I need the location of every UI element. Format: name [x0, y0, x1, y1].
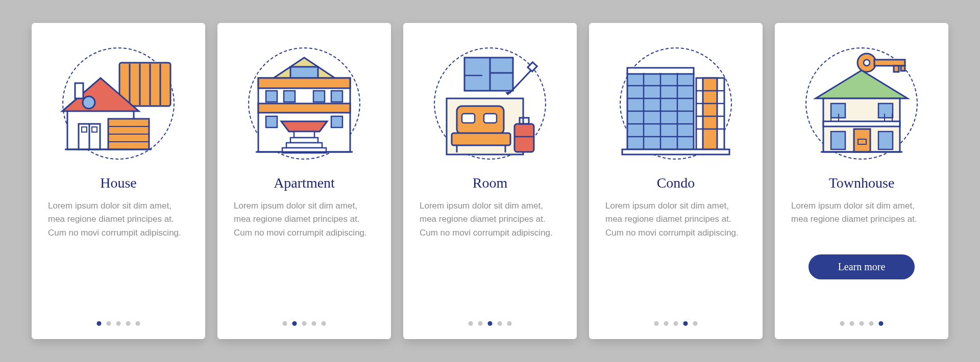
card-title: Condo — [657, 175, 695, 191]
learn-more-button[interactable]: Learn more — [808, 254, 915, 279]
svg-marker-74 — [816, 70, 908, 98]
dot-5[interactable] — [136, 321, 140, 326]
card-title: Room — [473, 175, 507, 191]
illustration-wrap — [609, 37, 742, 170]
svg-rect-26 — [331, 91, 342, 102]
dot-5[interactable] — [693, 321, 698, 326]
house-icon — [57, 47, 180, 160]
condo-icon — [617, 47, 734, 160]
svg-point-70 — [864, 60, 870, 66]
onboarding-card-townhouse: Townhouse Lorem ipsum dolor sit dim amet… — [775, 23, 948, 339]
svg-rect-25 — [313, 91, 325, 102]
svg-rect-27 — [266, 116, 277, 127]
svg-rect-24 — [284, 91, 295, 102]
card-description: Lorem ipsum dolor sit dim amet, mea regi… — [791, 199, 932, 242]
svg-rect-73 — [901, 66, 905, 71]
svg-rect-31 — [290, 138, 318, 143]
townhouse-icon — [803, 47, 920, 160]
illustration-wrap — [52, 37, 185, 170]
onboarding-card-condo: Condo Lorem ipsum dolor sit dim amet, me… — [589, 23, 763, 339]
room-icon — [434, 47, 546, 160]
card-title: Townhouse — [829, 175, 895, 191]
svg-rect-41 — [528, 62, 537, 71]
svg-rect-44 — [462, 114, 475, 123]
dot-5[interactable] — [879, 321, 884, 326]
illustration-wrap — [238, 37, 371, 170]
svg-rect-21 — [258, 78, 350, 88]
card-title: Apartment — [274, 175, 335, 191]
illustration-wrap — [424, 37, 556, 170]
dot-4[interactable] — [683, 321, 688, 326]
illustration-wrap — [795, 37, 928, 170]
dot-1[interactable] — [654, 321, 659, 326]
svg-rect-45 — [484, 114, 497, 123]
dot-2[interactable] — [664, 321, 669, 326]
pagination-dots — [283, 321, 326, 326]
dot-4[interactable] — [312, 321, 316, 326]
svg-rect-7 — [75, 83, 83, 98]
dot-2[interactable] — [292, 321, 297, 326]
svg-rect-32 — [286, 143, 322, 148]
dot-3[interactable] — [488, 321, 493, 326]
dot-1[interactable] — [283, 321, 287, 326]
svg-rect-23 — [266, 91, 277, 102]
pagination-dots — [840, 321, 884, 326]
svg-rect-68 — [622, 149, 729, 154]
pagination-dots — [97, 321, 140, 326]
svg-marker-29 — [281, 121, 327, 132]
dot-3[interactable] — [674, 321, 678, 326]
card-description: Lorem ipsum dolor sit dim amet, mea regi… — [234, 199, 375, 240]
svg-rect-85 — [854, 129, 870, 152]
svg-rect-77 — [878, 104, 893, 118]
dot-3[interactable] — [116, 321, 121, 326]
dot-3[interactable] — [302, 321, 307, 326]
pagination-dots — [469, 321, 512, 326]
dot-4[interactable] — [869, 321, 874, 326]
dot-3[interactable] — [860, 321, 864, 326]
card-title: House — [100, 175, 137, 191]
svg-point-8 — [83, 96, 95, 109]
svg-rect-20 — [290, 67, 318, 78]
dot-2[interactable] — [107, 321, 111, 326]
dot-4[interactable] — [126, 321, 131, 326]
svg-rect-83 — [831, 132, 845, 149]
dot-5[interactable] — [507, 321, 512, 326]
dot-1[interactable] — [97, 321, 102, 326]
card-description: Lorem ipsum dolor sit dim amet, mea regi… — [48, 199, 189, 240]
svg-rect-28 — [331, 116, 342, 127]
dot-2[interactable] — [478, 321, 483, 326]
card-description: Lorem ipsum dolor sit dim amet, mea regi… — [420, 199, 560, 240]
apartment-icon — [246, 47, 363, 160]
onboarding-card-room: Room Lorem ipsum dolor sit dim amet, mea… — [403, 23, 577, 339]
onboarding-card-apartment: Apartment Lorem ipsum dolor sit dim amet… — [217, 23, 391, 339]
svg-rect-71 — [874, 60, 905, 66]
dot-1[interactable] — [469, 321, 473, 326]
svg-rect-22 — [258, 104, 350, 113]
dot-4[interactable] — [498, 321, 502, 326]
svg-rect-49 — [514, 124, 534, 152]
svg-rect-72 — [894, 66, 899, 72]
svg-rect-0 — [119, 63, 170, 106]
svg-rect-84 — [878, 132, 893, 149]
svg-rect-63 — [703, 78, 717, 149]
svg-rect-30 — [294, 132, 314, 138]
svg-rect-46 — [452, 133, 510, 145]
dot-5[interactable] — [322, 321, 326, 326]
pagination-dots — [654, 321, 698, 326]
svg-marker-40 — [505, 91, 511, 95]
onboarding-card-house: House Lorem ipsum dolor sit dim amet, me… — [32, 23, 205, 339]
dot-1[interactable] — [840, 321, 845, 326]
svg-rect-35 — [464, 58, 513, 91]
card-description: Lorem ipsum dolor sit dim amet, mea regi… — [605, 199, 746, 240]
dot-2[interactable] — [850, 321, 854, 326]
svg-rect-78 — [823, 121, 900, 126]
